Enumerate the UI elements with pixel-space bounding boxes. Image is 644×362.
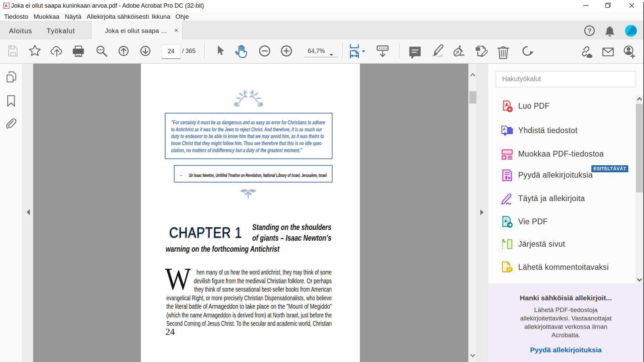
svg-text:–: – (180, 173, 182, 178)
svg-text:?: ? (588, 27, 592, 35)
svg-text:to Antichrist as it was for th: to Antichrist as it was for the Jews to … (171, 126, 322, 132)
svg-text:ulation, no matters of indiffe: ulation, no matters of indifferency but … (171, 147, 303, 153)
svg-text:W: W (165, 261, 191, 296)
svg-text:CHAPTER 1: CHAPTER 1 (169, 224, 242, 241)
svg-text:evangelical Right, or more pre: evangelical Right, or more precisely Chr… (166, 294, 332, 302)
svg-text:know Christ that they might fo: know Christ that they might follow him. … (171, 140, 323, 146)
svg-text:Sir Isaac Newton, Untitled Tre: Sir Isaac Newton, Untitled Treatise on R… (189, 172, 327, 178)
svg-text:devilish figure from the medie: devilish figure from the medieval Christ… (194, 277, 332, 285)
svg-text:the literal battle of Armagedd: the literal battle of Armageddon to take… (166, 303, 332, 310)
svg-text:(which the name Armageddon is: (which the name Armageddon is derived fr… (166, 311, 332, 319)
svg-text:Standing on the shoulders: Standing on the shoulders (252, 223, 331, 232)
svg-text:”For certainly it must be as d: ”For certainly it must be as dangerous a… (171, 119, 325, 125)
svg-text:warning on the forthcoming Ant: warning on the forthcoming Antichrist (166, 244, 280, 253)
svg-text:duty to endeavor to be able to: duty to endeavor to be able to know him … (171, 133, 324, 139)
svg-text:hen many of us hear the word a: hen many of us hear the word antichrist,… (197, 268, 332, 276)
svg-text:they think of some sensational: they think of some sensational best-sell… (194, 286, 332, 293)
svg-text:of giants – Isaac Newton’s: of giants – Isaac Newton’s (252, 233, 331, 242)
svg-text:Second Coming of Jesus Christ.: Second Coming of Jesus Christ. To the se… (166, 320, 332, 327)
svg-text:24: 24 (165, 326, 175, 337)
